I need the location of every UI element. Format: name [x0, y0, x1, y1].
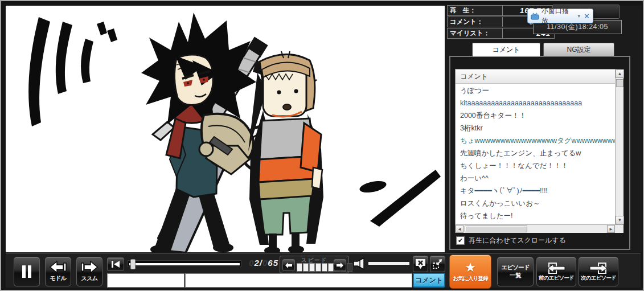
pause-icon	[20, 265, 34, 278]
speed-control: スピード	[280, 256, 349, 273]
step-back-label: モドル	[50, 274, 66, 282]
small-window-play-tooltip[interactable]: 小窗口播放 ▾ ✕	[527, 9, 593, 23]
comment-row: 3桁ktkr	[456, 122, 615, 134]
tab-ng-settings[interactable]: NG設定	[543, 43, 614, 56]
next-episode-icon	[589, 262, 608, 274]
step-back-button[interactable]: モドル	[45, 257, 71, 286]
seek-thumb[interactable]	[130, 259, 136, 269]
speed-cell	[322, 263, 327, 272]
expand-icon	[432, 259, 443, 269]
autoscroll-checkbox[interactable]: ✔	[456, 236, 465, 245]
scroll-left-button[interactable]: ◄	[456, 225, 463, 233]
command-input[interactable]	[107, 273, 184, 288]
tab-comment[interactable]: コメント	[472, 43, 540, 56]
stat-label: マイリスト：	[447, 28, 503, 39]
comment-row: kitaaaaaaaaaaaaaaaaaaaaaaaaaaaaa	[456, 97, 615, 109]
comment-bubble-x-icon	[415, 259, 426, 269]
scroll-right-button[interactable]: ►	[607, 225, 615, 233]
prev-episode-button[interactable]: 前のエピソード	[536, 257, 576, 286]
favorite-label: お気に入り登録	[453, 275, 488, 282]
arrow-left-icon	[50, 261, 67, 273]
comment-row: 待ってましたー!	[456, 210, 615, 222]
vertical-scroll-thumb[interactable]	[616, 79, 624, 87]
speed-cell	[328, 263, 334, 272]
speed-up-button[interactable]	[334, 259, 346, 271]
chevron-down-icon[interactable]: ▾	[578, 13, 581, 19]
skip-start-icon	[111, 260, 120, 268]
speed-cell	[297, 263, 302, 272]
arrow-left-icon	[285, 263, 292, 268]
episode-list-button[interactable]: エピソード 一覧	[497, 257, 534, 286]
next-episode-button[interactable]: 次のエピソード	[579, 257, 618, 286]
video-screen[interactable]	[6, 6, 445, 252]
stat-label: コメント：	[447, 17, 503, 27]
prev-episode-icon	[547, 262, 566, 274]
sfx-strokes-right	[359, 170, 441, 227]
video-player-window: 再 生：167,788コメント：5,635マイリスト：241 設定 11/30(…	[0, 0, 644, 291]
comment-row: ちょwwwwwwwwwwwwwwwwタグwwwwwwwwwwww	[456, 134, 615, 147]
step-forward-label: ススム	[81, 274, 97, 282]
comment-hide-toggle-button[interactable]	[413, 256, 428, 272]
stat-label: 再 生：	[447, 5, 503, 16]
scroll-down-button[interactable]: ▼	[616, 216, 624, 224]
star-icon: ★	[465, 261, 476, 274]
comment-row: ロスくんかっこいいお～	[456, 197, 615, 210]
horizontal-scrollbar[interactable]: ◄ ►	[456, 224, 624, 233]
tooltip-label: 小窗口播放	[542, 6, 576, 26]
horizontal-scroll-thumb[interactable]	[465, 226, 527, 232]
sfx-strokes-left	[28, 17, 117, 126]
speed-down-button[interactable]	[282, 259, 295, 271]
arrow-right-icon	[81, 261, 98, 273]
arrow-right-icon	[337, 263, 343, 268]
comment-row: わーい^^	[456, 172, 615, 185]
comment-list: コメント うぽつーkitaaaaaaaaaaaaaaaaaaaaaaaaaaaa…	[455, 69, 624, 233]
seek-bar[interactable]	[128, 260, 241, 267]
autoscroll-label: 再生に合わせてスクロールする	[469, 236, 566, 245]
page-counter: 02/065	[242, 258, 278, 269]
tv-icon	[531, 13, 539, 20]
comment-list-header: コメント	[456, 69, 615, 84]
speed-cell	[309, 263, 315, 272]
comment-rows: うぽつーkitaaaaaaaaaaaaaaaaaaaaaaaaaaaaa2000…	[456, 84, 615, 224]
video-artwork	[6, 6, 445, 252]
expand-button[interactable]	[430, 256, 445, 272]
skip-to-start-button[interactable]	[107, 257, 124, 271]
comment-row: 先週噴かしたエンジン、止まってるw	[456, 147, 615, 159]
speed-cell	[347, 263, 352, 272]
comment-input[interactable]	[185, 273, 412, 288]
close-icon[interactable]: ✕	[584, 12, 590, 21]
speed-cell	[303, 263, 309, 272]
comment-row: キタ━━━━ヽ(ﾟ∀ﾟ)ﾉ━━━━!!!!	[456, 185, 615, 197]
speed-cell	[315, 263, 321, 272]
pause-button[interactable]	[14, 257, 40, 286]
favorite-button[interactable]: ★ お気に入り登録	[449, 255, 491, 289]
comment-row: ちくしょー！！！なんでだ！！！	[456, 159, 615, 172]
autoscroll-option: ✔ 再生に合わせてスクロールする	[456, 235, 627, 245]
comment-row: 2000番台キター！！	[456, 109, 615, 122]
speed-gauge	[297, 263, 332, 272]
step-forward-button[interactable]: ススム	[76, 257, 102, 286]
character-boy	[248, 51, 323, 252]
vertical-scrollbar[interactable]: ▲ ▼	[615, 69, 624, 224]
comment-row: うぽつー	[456, 84, 615, 97]
volume-icon[interactable]	[352, 257, 366, 272]
volume-bar[interactable]	[368, 262, 409, 265]
comment-submit-button[interactable]: コメント	[413, 273, 445, 288]
scroll-up-button[interactable]: ▲	[616, 69, 624, 78]
